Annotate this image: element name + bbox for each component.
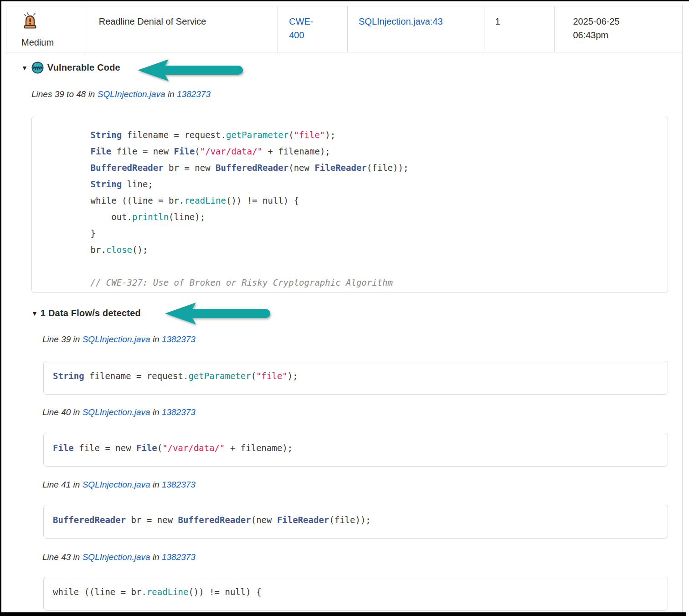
- vulnerable-code-block: String filename = request.getParameter("…: [31, 116, 668, 293]
- file-link[interactable]: SQLInjection.java: [82, 552, 150, 562]
- data-flow-section-header: ▼ 1 Data Flow/s detected: [31, 308, 141, 318]
- scrollbar-track[interactable]: [682, 5, 689, 614]
- ref-link[interactable]: 1382373: [177, 89, 211, 99]
- annotation-arrow-icon: [137, 58, 245, 84]
- section-title: 1 Data Flow/s detected: [41, 308, 141, 318]
- ref-link[interactable]: 1382373: [162, 334, 195, 344]
- collapse-triangle-icon[interactable]: ▼: [21, 65, 28, 71]
- flow-meta: Line 39 in SQLInjection.java in 1382373: [42, 334, 195, 344]
- location-cell: SQLInjection.java:43: [348, 6, 484, 52]
- window-bottom-edge: [1, 612, 686, 616]
- flow-code-block: File file = new File("/var/data/" + file…: [43, 433, 668, 467]
- annotation-arrow-icon: [164, 301, 273, 328]
- flow-meta: Line 40 in SQLInjection.java in 1382373: [42, 407, 195, 417]
- flow-code-block: String filename = request.getParameter("…: [43, 361, 668, 395]
- file-link[interactable]: SQLInjection.java: [82, 480, 150, 489]
- meta-conj: in: [153, 334, 159, 344]
- meta-conj: in: [168, 89, 175, 99]
- siren-icon: [21, 22, 39, 32]
- meta-prefix: Line 40 in: [42, 407, 80, 417]
- flow-code-block: while ((line = br.readLine()) != null) {: [43, 577, 668, 611]
- meta-prefix: Line 43 in: [42, 552, 80, 562]
- meta-prefix: Line 41 in: [42, 480, 80, 489]
- finding-table-row: Medium Readline Denial of Service CWE-40…: [6, 6, 683, 52]
- timestamp: 2025-06-25 06:43pm: [573, 15, 637, 42]
- wave-globe-icon: [31, 62, 44, 74]
- flow-code-block: BufferedReader br = new BufferedReader(n…: [43, 505, 668, 539]
- flow-meta: Line 43 in SQLInjection.java in 1382373: [42, 552, 195, 562]
- meta-conj: in: [153, 407, 159, 417]
- cwe-cell: CWE-400: [278, 6, 348, 52]
- file-link[interactable]: SQLInjection.java: [82, 334, 150, 344]
- location-link[interactable]: SQLInjection.java:43: [359, 16, 443, 26]
- section-title: Vulnerable Code: [47, 62, 120, 73]
- file-link[interactable]: SQLInjection.java: [98, 89, 165, 99]
- ref-link[interactable]: 1382373: [162, 552, 195, 562]
- finding-title: Readline Denial of Service: [99, 16, 206, 26]
- code-range-meta: Lines 39 to 48 in SQLInjection.java in 1…: [31, 89, 211, 99]
- timestamp-cell: 2025-06-25 06:43pm: [555, 6, 682, 52]
- vulnerability-report-page: Medium Readline Denial of Service CWE-40…: [0, 0, 689, 616]
- flow-count-cell: 1: [484, 6, 555, 52]
- meta-conj: in: [153, 552, 159, 562]
- severity-label: Medium: [21, 36, 80, 49]
- cwe-link[interactable]: CWE-400: [289, 16, 313, 40]
- flow-meta: Line 41 in SQLInjection.java in 1382373: [42, 480, 195, 490]
- meta-conj: in: [153, 480, 159, 489]
- meta-prefix: Lines 39 to 48 in: [31, 89, 95, 99]
- vulnerable-code-section-header: ▼ Vulnerable Code: [21, 62, 120, 74]
- file-link[interactable]: SQLInjection.java: [82, 407, 150, 417]
- meta-prefix: Line 39 in: [42, 334, 80, 344]
- severity-cell: Medium: [6, 6, 85, 52]
- ref-link[interactable]: 1382373: [162, 480, 195, 489]
- ref-link[interactable]: 1382373: [162, 407, 195, 417]
- finding-title-cell: Readline Denial of Service: [85, 6, 278, 52]
- collapse-triangle-icon[interactable]: ▼: [31, 310, 38, 317]
- flow-count: 1: [495, 16, 500, 26]
